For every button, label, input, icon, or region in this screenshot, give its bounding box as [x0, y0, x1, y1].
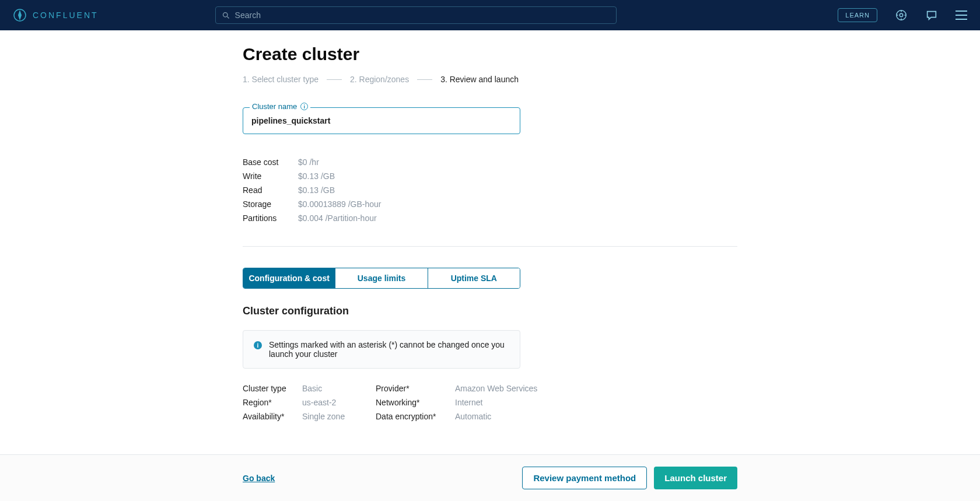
- chat-icon[interactable]: [925, 9, 938, 22]
- go-back-link[interactable]: Go back: [243, 474, 275, 483]
- learn-button[interactable]: LEARN: [838, 8, 877, 22]
- config-key: Availability*: [243, 412, 298, 421]
- main-scroll: Create cluster 1. Select cluster type 2.…: [0, 30, 980, 454]
- table-row: Base cost$0 /hr: [243, 155, 520, 169]
- menu-icon[interactable]: [956, 10, 967, 20]
- page-title: Create cluster: [243, 44, 737, 64]
- step-separator: [327, 79, 342, 80]
- cost-value: $0.00013889 /GB-hour: [298, 197, 520, 211]
- footer-bar: Go back Review payment method Launch clu…: [0, 454, 980, 501]
- brand-link[interactable]: CONFLUENT: [13, 8, 99, 22]
- config-key: Region*: [243, 398, 298, 407]
- search-icon: [222, 11, 230, 20]
- config-key: Networking*: [376, 398, 450, 407]
- review-payment-button[interactable]: Review payment method: [522, 467, 647, 489]
- config-grid: Cluster type Basic Provider* Amazon Web …: [243, 384, 737, 421]
- cost-value: $0 /hr: [298, 155, 520, 169]
- step-separator: [417, 79, 432, 80]
- search-wrap: [215, 6, 617, 24]
- config-value: Single zone: [302, 412, 371, 421]
- table-row: Write$0.13 /GB: [243, 169, 520, 183]
- cost-key: Storage: [243, 197, 298, 211]
- top-nav: CONFLUENT LEARN: [0, 0, 980, 30]
- step-2[interactable]: 2. Region/zones: [350, 75, 409, 84]
- tab-configuration-cost[interactable]: Configuration & cost: [243, 268, 335, 288]
- cost-key: Base cost: [243, 155, 298, 169]
- config-value: Automatic: [455, 412, 737, 421]
- cluster-name-field: Cluster name i: [243, 107, 520, 134]
- notice-box: i Settings marked with an asterisk (*) c…: [243, 330, 520, 369]
- cluster-name-input[interactable]: [243, 107, 520, 134]
- nav-right: LEARN: [838, 8, 967, 22]
- confluent-logo-icon: [13, 8, 27, 22]
- help-icon[interactable]: [895, 9, 908, 22]
- cluster-name-label-text: Cluster name: [252, 102, 297, 111]
- cost-value: $0.004 /Partition-hour: [298, 211, 520, 225]
- wizard-steps: 1. Select cluster type 2. Region/zones 3…: [243, 75, 737, 84]
- step-3: 3. Review and launch: [440, 75, 519, 84]
- svg-point-1: [223, 12, 228, 17]
- cost-value: $0.13 /GB: [298, 169, 520, 183]
- notice-text: Settings marked with an asterisk (*) can…: [269, 340, 509, 359]
- config-value: us-east-2: [302, 398, 371, 407]
- tab-uptime-sla[interactable]: Uptime SLA: [428, 268, 520, 288]
- table-row: Storage$0.00013889 /GB-hour: [243, 197, 520, 211]
- table-row: Partitions$0.004 /Partition-hour: [243, 211, 520, 225]
- search-box[interactable]: [215, 6, 617, 24]
- cost-key: Read: [243, 183, 298, 197]
- cost-table: Base cost$0 /hr Write$0.13 /GB Read$0.13…: [243, 155, 520, 225]
- config-key: Data encryption*: [376, 412, 450, 421]
- search-input[interactable]: [235, 10, 610, 20]
- divider: [243, 246, 737, 247]
- table-row: Read$0.13 /GB: [243, 183, 520, 197]
- cost-key: Write: [243, 169, 298, 183]
- config-key: Cluster type: [243, 384, 298, 393]
- config-value: Internet: [455, 398, 737, 407]
- step-1[interactable]: 1. Select cluster type: [243, 75, 318, 84]
- tab-usage-limits[interactable]: Usage limits: [335, 268, 427, 288]
- info-icon[interactable]: i: [300, 103, 308, 110]
- cost-key: Partitions: [243, 211, 298, 225]
- svg-point-4: [900, 13, 903, 17]
- config-value: Amazon Web Services: [455, 384, 737, 393]
- svg-line-2: [227, 16, 229, 18]
- launch-cluster-button[interactable]: Launch cluster: [654, 467, 737, 489]
- config-key: Provider*: [376, 384, 450, 393]
- tabs: Configuration & cost Usage limits Uptime…: [243, 268, 520, 289]
- cost-value: $0.13 /GB: [298, 183, 520, 197]
- brand-text: CONFLUENT: [33, 10, 99, 20]
- config-value: Basic: [302, 384, 371, 393]
- section-title: Cluster configuration: [243, 305, 737, 317]
- info-icon: i: [254, 341, 262, 349]
- cluster-name-label: Cluster name i: [250, 102, 310, 111]
